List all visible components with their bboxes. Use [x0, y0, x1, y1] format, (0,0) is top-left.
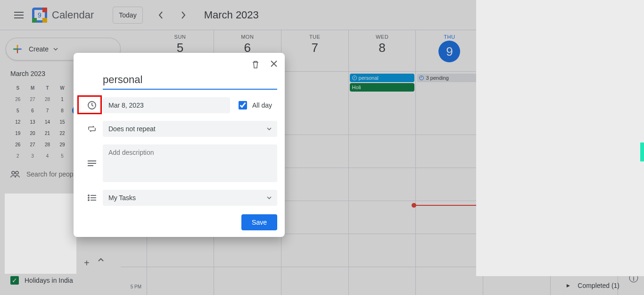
close-icon[interactable]: [271, 60, 277, 69]
repeat-value: Does not repeat: [108, 125, 156, 133]
description-input[interactable]: [103, 144, 277, 182]
annotation-highlight: [77, 95, 102, 114]
description-icon: [81, 160, 103, 166]
allday-label-text: All day: [252, 101, 272, 109]
side-accent: [640, 143, 644, 161]
chevron-down-icon: [267, 127, 272, 130]
allday-toggle[interactable]: All day: [237, 100, 272, 111]
svg-point-23: [88, 200, 89, 201]
repeat-select[interactable]: Does not repeat: [103, 121, 277, 137]
tasks-side-pane: [476, 0, 644, 276]
quick-create-modal: Mar 8, 2023 All day Does not repeat: [74, 53, 285, 237]
save-button[interactable]: Save: [241, 214, 277, 230]
svg-point-22: [88, 197, 89, 198]
chevron-down-icon: [267, 196, 272, 199]
tasklist-select[interactable]: My Tasks: [103, 190, 277, 206]
blank-popover: [5, 194, 76, 274]
tasklist-value: My Tasks: [108, 194, 136, 202]
delete-icon[interactable]: [252, 60, 259, 69]
svg-point-21: [88, 195, 89, 196]
date-field[interactable]: Mar 8, 2023: [103, 97, 230, 113]
allday-checkbox[interactable]: [239, 101, 247, 110]
task-title-input[interactable]: [103, 72, 277, 90]
repeat-icon: [81, 125, 103, 133]
list-icon: [81, 194, 103, 201]
